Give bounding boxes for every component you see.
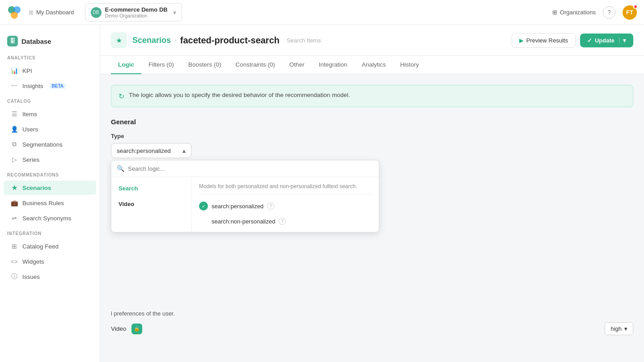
type-field-label: Type [111, 133, 633, 139]
breadcrumb-current: faceted-product-search [180, 35, 280, 46]
scenario-icon: ★ [111, 32, 127, 48]
help-button[interactable]: ? [603, 6, 615, 19]
db-selector[interactable]: DB E-commerce Demo DB Demo Organization … [85, 3, 182, 21]
my-dashboard-link[interactable]: ⊞ My Dashboard [29, 9, 74, 16]
tab-filters[interactable]: Filters (0) [141, 56, 181, 74]
notification-badge [633, 4, 638, 9]
general-section-title: General [111, 118, 633, 126]
insights-label: Insights [22, 83, 43, 89]
sidebar-item-catalog-feed[interactable]: ⊞ Catalog Feed [4, 239, 96, 253]
update-button[interactable]: ✓ Update ▾ [580, 34, 633, 47]
tab-logic[interactable]: Logic [111, 56, 141, 74]
sidebar-item-issues[interactable]: ⓘ Issues [4, 269, 96, 284]
description-suffix: l preferences of the user. [111, 310, 175, 317]
sidebar-item-business-rules[interactable]: 💼 Business Rules [4, 196, 96, 210]
video-label: Video [111, 325, 126, 332]
chevron-up-icon: ▴ [182, 147, 186, 154]
option-search-non-personalized[interactable]: search:non-personalized ? [199, 214, 372, 228]
main-layout: 🗄 Database ANALYTICS 📊 KPI 〰 Insights BE… [0, 25, 644, 362]
svg-point-2 [11, 12, 18, 19]
kpi-label: KPI [22, 67, 32, 74]
sidebar-item-insights[interactable]: 〰 Insights BETA [4, 79, 96, 93]
catalog-section-header: CATALOG [0, 93, 100, 106]
tabs-bar: Logic Filters (0) Boosters (0) Constrain… [100, 56, 644, 74]
catalog-feed-label: Catalog Feed [22, 243, 59, 250]
info-box-text: The logic allows you to specify the desi… [129, 92, 350, 98]
db-org: Demo Organization [105, 13, 168, 18]
tab-history[interactable]: History [393, 56, 426, 74]
help-icon: ? [607, 9, 610, 16]
play-icon: ▶ [519, 37, 524, 44]
code-icon: <> [11, 258, 18, 265]
integration-section-header: INTEGRATION [0, 226, 100, 239]
alert-circle-icon: ⓘ [11, 273, 18, 280]
content-body: ↻ The logic allows you to specify the de… [100, 74, 644, 362]
help-icon[interactable]: ? [267, 202, 274, 210]
layers-icon: ⧉ [11, 141, 18, 148]
search-non-personalized-label: search:non-personalized [212, 218, 275, 225]
search-category-desc: Models for both personalized and non-per… [199, 181, 372, 194]
users-label: Users [22, 126, 38, 133]
tab-constraints[interactable]: Constraints (0) [229, 56, 283, 74]
content-header: ★ Scenarios › faceted-product-search Sea… [100, 25, 644, 56]
search-synonyms-label: Search Synonyms [22, 215, 72, 222]
repeat-icon: ⇌ [11, 215, 18, 222]
topbar: ⊞ My Dashboard DB E-commerce Demo DB Dem… [0, 0, 644, 25]
recommendations-section-header: RECOMMENDATIONS [0, 167, 100, 180]
lock-icon: 🔒 [131, 324, 142, 334]
dropdown-search-bar: 🔍 [111, 160, 379, 177]
type-dropdown-wrapper: search:personalized ▴ 🔍 Search [111, 143, 191, 158]
sidebar-item-items[interactable]: ☰ Items [4, 107, 96, 121]
breadcrumb: Scenarios › faceted-product-search Searc… [132, 35, 321, 46]
chevron-down-icon: ▾ [624, 325, 627, 332]
sidebar-item-search-synonyms[interactable]: ⇌ Search Synonyms [4, 211, 96, 225]
organizations-link[interactable]: ⊞ Organizations [552, 9, 596, 16]
chevron-right-icon: › [174, 37, 177, 44]
grid-icon: ⊞ [11, 243, 18, 250]
avatar-initials: FT [626, 9, 633, 16]
app-logo [7, 5, 21, 20]
dropdown-search-input[interactable] [128, 165, 373, 172]
items-label: Items [22, 111, 37, 118]
issues-label: Issues [22, 274, 40, 280]
sidebar-item-series[interactable]: ▷ Series [4, 152, 96, 167]
priority-dropdown[interactable]: high ▾ [605, 322, 633, 335]
preview-results-button[interactable]: ▶ Preview Results [512, 33, 576, 48]
business-rules-label: Business Rules [22, 200, 64, 206]
sidebar-item-widgets[interactable]: <> Widgets [4, 254, 96, 269]
breadcrumb-search-label: Search Items [287, 37, 321, 44]
scenarios-label: Scenarios [22, 185, 51, 191]
list-icon: ☰ [11, 110, 18, 118]
header-actions: ▶ Preview Results ✓ Update ▾ [512, 33, 633, 48]
priority-label: high [610, 325, 622, 332]
help-icon[interactable]: ? [279, 218, 286, 225]
sidebar-item-users[interactable]: 👤 Users [4, 122, 96, 136]
info-icon: ↻ [119, 92, 124, 101]
update-chevron-down-icon[interactable]: ▾ [619, 37, 626, 44]
sidebar-item-kpi[interactable]: 📊 KPI [4, 63, 96, 78]
user-avatar[interactable]: FT [623, 5, 637, 20]
tab-integration[interactable]: Integration [312, 56, 355, 74]
option-search-personalized[interactable]: ✓ search:personalized ? [199, 198, 372, 214]
preview-button-label: Preview Results [526, 37, 568, 44]
breadcrumb-parent[interactable]: Scenarios [132, 36, 171, 45]
db-info: E-commerce Demo DB Demo Organization [105, 6, 168, 18]
beta-badge: BETA [50, 83, 66, 89]
category-video[interactable]: Video [111, 196, 191, 212]
description-text: l preferences of the user. [111, 310, 633, 317]
widgets-label: Widgets [22, 258, 44, 265]
segmentations-label: Segmentations [22, 141, 63, 148]
type-dropdown-menu: 🔍 Search Video Models for both personali… [111, 160, 379, 232]
sidebar-item-segmentations[interactable]: ⧉ Segmentations [4, 137, 96, 152]
type-dropdown-trigger[interactable]: search:personalized ▴ [111, 143, 191, 158]
triangle-icon: ▷ [11, 156, 18, 163]
tab-other[interactable]: Other [282, 56, 312, 74]
tab-analytics[interactable]: Analytics [355, 56, 393, 74]
video-row: Video 🔒 high ▾ [111, 317, 633, 341]
sidebar-item-scenarios[interactable]: ★ Scenarios [4, 181, 96, 195]
category-search[interactable]: Search [111, 181, 191, 196]
tab-boosters[interactable]: Boosters (0) [181, 56, 229, 74]
grid-icon: ⊞ [29, 9, 34, 16]
dropdown-body: Search Video Models for both personalize… [111, 177, 379, 232]
analytics-section-header: ANALYTICS [0, 50, 100, 63]
